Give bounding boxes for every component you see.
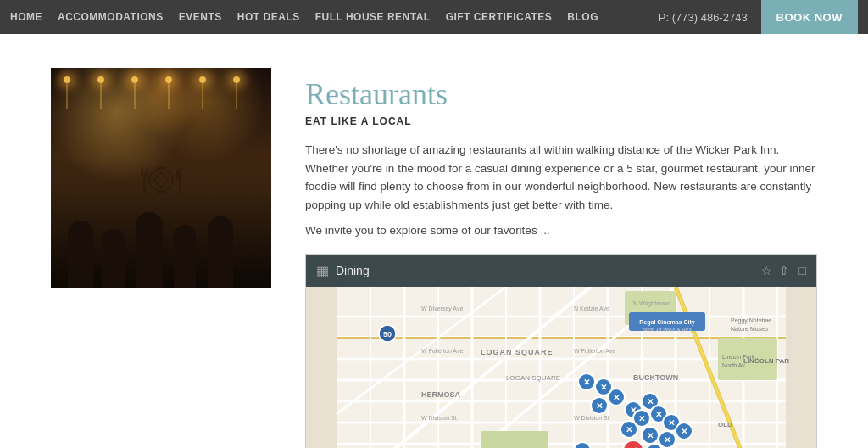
svg-text:Nature Museu: Nature Museu (731, 326, 768, 332)
nav-item-full-house-rental[interactable]: FULL HOUSE RENTAL (315, 11, 431, 23)
svg-text:✕: ✕ (596, 401, 603, 411)
svg-text:W Fullerton Ave: W Fullerton Ave (421, 348, 463, 354)
svg-text:✕: ✕ (647, 431, 654, 440)
svg-text:W Diversey Ave: W Diversey Ave (421, 305, 463, 312)
nav-item-gift-certificates[interactable]: GIFT CERTIFICATES (446, 11, 553, 23)
svg-text:BUCKTOWN: BUCKTOWN (633, 373, 678, 382)
svg-text:✕: ✕ (668, 418, 675, 428)
svg-text:✕: ✕ (583, 378, 590, 387)
svg-text:✕: ✕ (681, 427, 687, 436)
main-content: Restaurants EAT LIKE A LOCAL There's no … (0, 34, 868, 448)
nav-item-accommodations[interactable]: ACCOMMODATIONS (58, 11, 164, 23)
svg-text:W Division St: W Division St (421, 415, 457, 421)
svg-rect-28 (481, 431, 548, 448)
svg-text:LOGAN SQUARE: LOGAN SQUARE (506, 374, 560, 382)
nav-item-blog[interactable]: BLOG (567, 11, 598, 23)
map-title: Dining (336, 264, 754, 277)
svg-text:✕: ✕ (613, 393, 620, 402)
book-now-button[interactable]: BOOK NOW (761, 0, 858, 34)
restaurant-image (51, 68, 271, 288)
restaurant-text-section: Restaurants EAT LIKE A LOCAL There's no … (305, 68, 817, 448)
svg-text:N Wrightwood: N Wrightwood (633, 300, 670, 307)
svg-text:OLD: OLD (718, 421, 732, 428)
map-grid-icon: ▦ (316, 263, 329, 279)
nav-item-home[interactable]: HOME (10, 11, 42, 23)
svg-text:✕: ✕ (647, 397, 654, 406)
svg-text:✕: ✕ (600, 383, 607, 392)
navigation: HOME ACCOMMODATIONS EVENTS HOT DEALS FUL… (0, 0, 868, 34)
svg-text:✕: ✕ (638, 414, 645, 423)
map-container: ▦ Dining ☆ ⇧ □ (305, 254, 817, 448)
svg-text:N Kedzie Ave: N Kedzie Ave (574, 305, 609, 311)
silhouettes-decoration (51, 187, 271, 288)
svg-text:✕: ✕ (655, 410, 662, 419)
svg-text:Regal Cinemas City: Regal Cinemas City (639, 319, 694, 326)
svg-text:W Fullerton Ave: W Fullerton Ave (574, 348, 615, 354)
svg-text:✕: ✕ (664, 435, 670, 445)
svg-text:50: 50 (383, 330, 392, 339)
svg-text:North Av...: North Av... (722, 362, 749, 368)
svg-text:LOGAN SQUARE: LOGAN SQUARE (481, 348, 554, 356)
svg-text:Peggy Notebae: Peggy Notebae (731, 317, 771, 324)
invite-text: We invite you to explore some of our fav… (305, 224, 817, 237)
svg-text:HERMOSA: HERMOSA (421, 390, 461, 399)
map-svg: 50 64 LOGAN SQUARE LOGAN SQUARE HERMOSA … (306, 287, 816, 448)
svg-text:W Division St: W Division St (574, 415, 609, 421)
nav-item-events[interactable]: EVENTS (179, 11, 222, 23)
map-expand-button[interactable]: □ (799, 264, 806, 277)
map-share-button[interactable]: ⇧ (779, 264, 789, 277)
nav-items: HOME ACCOMMODATIONS EVENTS HOT DEALS FUL… (10, 11, 659, 23)
description-text: There's no shortage of amazing restauran… (305, 141, 817, 214)
svg-text:✕: ✕ (626, 425, 632, 434)
map-star-icon[interactable]: ☆ (761, 264, 772, 277)
map-action-buttons: ⇧ □ (779, 264, 806, 277)
svg-text:Lincoln Park...: Lincoln Park... (722, 354, 760, 360)
map-toolbar: ▦ Dining ☆ ⇧ □ (306, 255, 816, 287)
page-wrapper: HOME ACCOMMODATIONS EVENTS HOT DEALS FUL… (0, 0, 868, 448)
phone-number: P: (773) 486-2743 (659, 11, 748, 24)
svg-text:North 14 IMAX & RPX: North 14 IMAX & RPX (642, 327, 692, 332)
map-visual[interactable]: 50 64 LOGAN SQUARE LOGAN SQUARE HERMOSA … (306, 287, 816, 448)
subtitle: EAT LIKE A LOCAL (305, 115, 817, 127)
page-title: Restaurants (305, 76, 817, 112)
nav-item-hot-deals[interactable]: HOT DEALS (237, 11, 300, 23)
lights-decoration (51, 76, 271, 127)
